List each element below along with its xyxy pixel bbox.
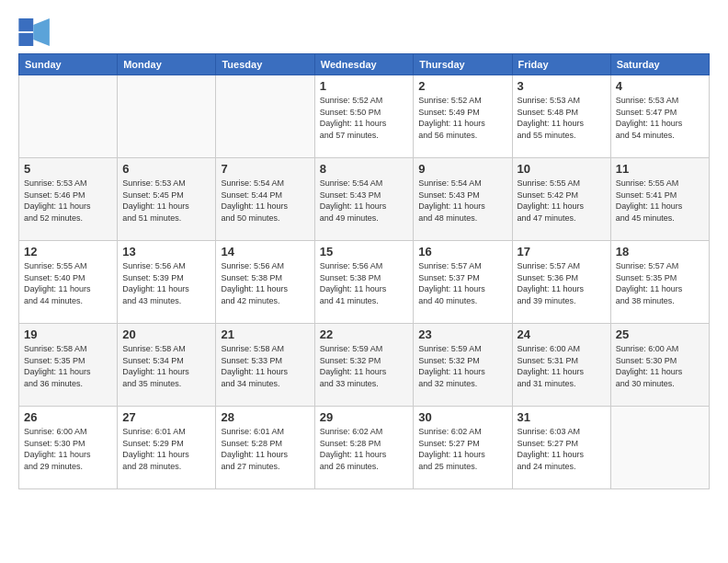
day-cell: 31Sunrise: 6:03 AM Sunset: 5:27 PM Dayli… [512, 407, 610, 489]
day-number: 17 [518, 245, 606, 259]
weekday-header-wednesday: Wednesday [314, 54, 414, 75]
day-info: Sunrise: 5:59 AM Sunset: 5:32 PM Dayligh… [418, 343, 506, 389]
logo-icon [18, 18, 51, 46]
day-info: Sunrise: 6:01 AM Sunset: 5:29 PM Dayligh… [122, 426, 210, 472]
day-info: Sunrise: 5:54 AM Sunset: 5:43 PM Dayligh… [320, 178, 409, 224]
day-number: 7 [221, 162, 309, 176]
day-info: Sunrise: 6:01 AM Sunset: 5:28 PM Dayligh… [221, 426, 309, 472]
day-info: Sunrise: 5:58 AM Sunset: 5:34 PM Dayligh… [122, 343, 210, 389]
day-cell: 30Sunrise: 6:02 AM Sunset: 5:27 PM Dayli… [414, 407, 512, 489]
day-number: 11 [616, 162, 704, 176]
day-info: Sunrise: 6:00 AM Sunset: 5:30 PM Dayligh… [24, 426, 112, 472]
day-cell [19, 75, 118, 158]
day-number: 14 [221, 245, 309, 259]
week-row-1: 1Sunrise: 5:52 AM Sunset: 5:50 PM Daylig… [19, 75, 710, 158]
day-info: Sunrise: 5:57 AM Sunset: 5:35 PM Dayligh… [616, 260, 704, 306]
weekday-header-tuesday: Tuesday [216, 54, 314, 75]
day-info: Sunrise: 5:53 AM Sunset: 5:48 PM Dayligh… [518, 95, 606, 141]
day-number: 18 [616, 245, 704, 259]
day-cell: 5Sunrise: 5:53 AM Sunset: 5:46 PM Daylig… [19, 158, 118, 241]
day-cell: 4Sunrise: 5:53 AM Sunset: 5:47 PM Daylig… [610, 75, 709, 158]
day-info: Sunrise: 5:55 AM Sunset: 5:41 PM Dayligh… [616, 178, 704, 224]
week-row-3: 12Sunrise: 5:55 AM Sunset: 5:40 PM Dayli… [19, 241, 710, 324]
day-info: Sunrise: 5:59 AM Sunset: 5:32 PM Dayligh… [320, 343, 409, 389]
day-number: 21 [221, 327, 309, 341]
day-cell: 20Sunrise: 5:58 AM Sunset: 5:34 PM Dayli… [118, 324, 216, 407]
day-number: 2 [418, 79, 506, 93]
day-number: 25 [616, 327, 704, 341]
day-cell: 27Sunrise: 6:01 AM Sunset: 5:29 PM Dayli… [118, 407, 216, 489]
day-cell: 21Sunrise: 5:58 AM Sunset: 5:33 PM Dayli… [216, 324, 314, 407]
day-number: 15 [320, 245, 409, 259]
day-cell: 17Sunrise: 5:57 AM Sunset: 5:36 PM Dayli… [512, 241, 610, 324]
day-info: Sunrise: 5:57 AM Sunset: 5:36 PM Dayligh… [518, 260, 606, 306]
day-cell: 3Sunrise: 5:53 AM Sunset: 5:48 PM Daylig… [512, 75, 610, 158]
weekday-header-sunday: Sunday [19, 54, 118, 75]
day-number: 5 [24, 162, 112, 176]
day-number: 8 [320, 162, 409, 176]
day-cell: 23Sunrise: 5:59 AM Sunset: 5:32 PM Dayli… [414, 324, 512, 407]
day-cell: 11Sunrise: 5:55 AM Sunset: 5:41 PM Dayli… [610, 158, 709, 241]
day-info: Sunrise: 5:52 AM Sunset: 5:50 PM Dayligh… [320, 95, 409, 141]
weekday-header-friday: Friday [512, 54, 610, 75]
day-cell: 29Sunrise: 6:02 AM Sunset: 5:28 PM Dayli… [314, 407, 414, 489]
day-cell: 18Sunrise: 5:57 AM Sunset: 5:35 PM Dayli… [610, 241, 709, 324]
day-number: 13 [122, 245, 210, 259]
day-cell: 7Sunrise: 5:54 AM Sunset: 5:44 PM Daylig… [216, 158, 314, 241]
day-number: 12 [24, 245, 112, 259]
day-info: Sunrise: 5:58 AM Sunset: 5:35 PM Dayligh… [24, 343, 112, 389]
day-info: Sunrise: 6:02 AM Sunset: 5:28 PM Dayligh… [320, 426, 409, 472]
day-info: Sunrise: 5:56 AM Sunset: 5:38 PM Dayligh… [221, 260, 309, 306]
day-cell: 26Sunrise: 6:00 AM Sunset: 5:30 PM Dayli… [19, 407, 118, 489]
day-number: 16 [418, 245, 506, 259]
day-cell: 8Sunrise: 5:54 AM Sunset: 5:43 PM Daylig… [314, 158, 414, 241]
calendar: SundayMondayTuesdayWednesdayThursdayFrid… [18, 53, 710, 489]
day-number: 19 [24, 327, 112, 341]
day-number: 20 [122, 327, 210, 341]
day-cell: 28Sunrise: 6:01 AM Sunset: 5:28 PM Dayli… [216, 407, 314, 489]
day-cell: 10Sunrise: 5:55 AM Sunset: 5:42 PM Dayli… [512, 158, 610, 241]
day-number: 10 [518, 162, 606, 176]
day-info: Sunrise: 5:53 AM Sunset: 5:47 PM Dayligh… [616, 95, 704, 141]
day-cell: 13Sunrise: 5:56 AM Sunset: 5:39 PM Dayli… [118, 241, 216, 324]
day-number: 30 [418, 410, 506, 424]
week-row-4: 19Sunrise: 5:58 AM Sunset: 5:35 PM Dayli… [19, 324, 710, 407]
day-number: 4 [616, 79, 704, 93]
day-number: 27 [122, 410, 210, 424]
day-cell: 16Sunrise: 5:57 AM Sunset: 5:37 PM Dayli… [414, 241, 512, 324]
day-info: Sunrise: 5:54 AM Sunset: 5:43 PM Dayligh… [418, 178, 506, 224]
svg-rect-1 [18, 33, 33, 46]
day-info: Sunrise: 5:54 AM Sunset: 5:44 PM Dayligh… [221, 178, 309, 224]
day-number: 22 [320, 327, 409, 341]
day-cell [118, 75, 216, 158]
day-number: 24 [518, 327, 606, 341]
day-info: Sunrise: 5:55 AM Sunset: 5:40 PM Dayligh… [24, 260, 112, 306]
day-info: Sunrise: 5:56 AM Sunset: 5:38 PM Dayligh… [320, 260, 409, 306]
day-cell: 15Sunrise: 5:56 AM Sunset: 5:38 PM Dayli… [314, 241, 414, 324]
day-cell: 19Sunrise: 5:58 AM Sunset: 5:35 PM Dayli… [19, 324, 118, 407]
day-number: 31 [518, 410, 606, 424]
day-number: 28 [221, 410, 309, 424]
week-row-5: 26Sunrise: 6:00 AM Sunset: 5:30 PM Dayli… [19, 407, 710, 489]
day-number: 29 [320, 410, 409, 424]
day-info: Sunrise: 5:53 AM Sunset: 5:45 PM Dayligh… [122, 178, 210, 224]
day-info: Sunrise: 5:57 AM Sunset: 5:37 PM Dayligh… [418, 260, 506, 306]
svg-marker-2 [33, 18, 50, 46]
weekday-header-saturday: Saturday [610, 54, 709, 75]
day-number: 1 [320, 79, 409, 93]
day-info: Sunrise: 6:02 AM Sunset: 5:27 PM Dayligh… [418, 426, 506, 472]
day-info: Sunrise: 5:58 AM Sunset: 5:33 PM Dayligh… [221, 343, 309, 389]
day-number: 23 [418, 327, 506, 341]
day-info: Sunrise: 6:03 AM Sunset: 5:27 PM Dayligh… [518, 426, 606, 472]
logo [18, 18, 55, 46]
day-cell: 25Sunrise: 6:00 AM Sunset: 5:30 PM Dayli… [610, 324, 709, 407]
day-info: Sunrise: 5:53 AM Sunset: 5:46 PM Dayligh… [24, 178, 112, 224]
day-number: 26 [24, 410, 112, 424]
day-cell: 6Sunrise: 5:53 AM Sunset: 5:45 PM Daylig… [118, 158, 216, 241]
day-info: Sunrise: 5:52 AM Sunset: 5:49 PM Dayligh… [418, 95, 506, 141]
week-row-2: 5Sunrise: 5:53 AM Sunset: 5:46 PM Daylig… [19, 158, 710, 241]
day-info: Sunrise: 6:00 AM Sunset: 5:30 PM Dayligh… [616, 343, 704, 389]
day-cell: 14Sunrise: 5:56 AM Sunset: 5:38 PM Dayli… [216, 241, 314, 324]
day-cell: 9Sunrise: 5:54 AM Sunset: 5:43 PM Daylig… [414, 158, 512, 241]
day-cell: 1Sunrise: 5:52 AM Sunset: 5:50 PM Daylig… [314, 75, 414, 158]
